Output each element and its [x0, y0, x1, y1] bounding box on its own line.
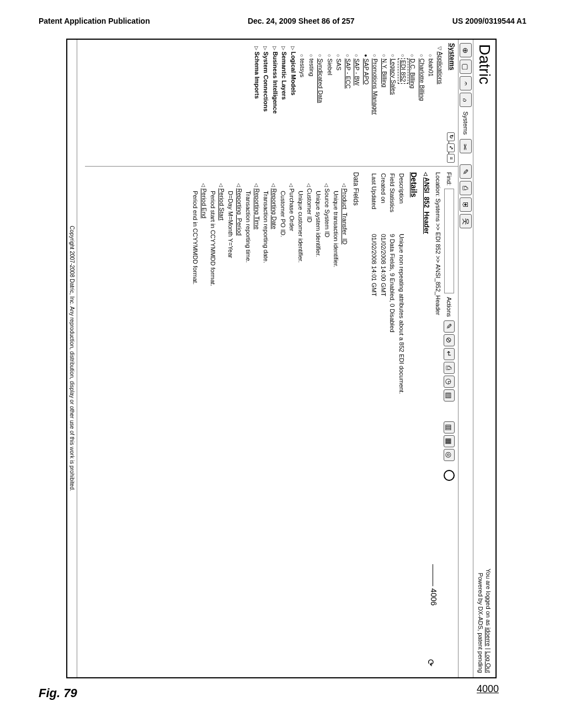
person-icon[interactable]: 웃: [460, 214, 472, 228]
field-item: Product_Transfer_IDUnique transaction id…: [331, 183, 349, 672]
fields-list: Product_Transfer_IDUnique transaction id…: [190, 183, 349, 672]
details-table: DescriptionUnique non repeating attribut…: [370, 173, 406, 672]
action-view1-icon[interactable]: ▥: [444, 421, 455, 433]
footer-copyright: Copyright 2007-2008 Datric, Inc. Any rep…: [67, 40, 77, 677]
globe-icon[interactable]: ⊕: [460, 43, 472, 57]
ref-4006-callout: 4006: [429, 564, 438, 606]
tree-branch[interactable]: System Connections: [262, 46, 271, 163]
username-link[interactable]: jdoerre: [485, 628, 492, 646]
tree-item[interactable]: Charlotte Billing: [418, 54, 427, 163]
tree-item[interactable]: blah01: [427, 54, 436, 163]
details-heading: Details: [409, 172, 418, 672]
action-clock-icon[interactable]: ◷: [444, 376, 455, 388]
actions-label: Actions: [446, 297, 452, 317]
ref-4000: 4000: [477, 683, 499, 695]
main-panel: 4006 Find: Actions ✎ ⊘ ↵ ⎙ ◷ ▤ ▥ ▦ ◎: [85, 167, 458, 677]
tree-item[interactable]: Siebel: [326, 54, 335, 163]
tree-item[interactable]: N.Y. Billing: [380, 54, 390, 163]
page-x-icon[interactable]: ⎙: [460, 181, 472, 195]
tree-item[interactable]: D.C. Billing: [408, 54, 418, 163]
find-row: Find: Actions ✎ ⊘ ↵ ⎙ ◷ ▤ ▥ ▦ ◎: [444, 172, 455, 672]
brush-icon[interactable]: ✎: [460, 164, 472, 179]
tree-item[interactable]: Promotions Manager: [371, 54, 380, 163]
tree-item[interactable]: EDI 852: [398, 54, 409, 163]
find-label: Find:: [446, 172, 452, 185]
tree-branch[interactable]: Logical Models: [289, 46, 299, 163]
field-item: Reporting TimeTransaction reporting time…: [243, 183, 261, 672]
tree-item[interactable]: SAP APO: [362, 54, 371, 163]
collapse-icon[interactable]: ≡: [447, 154, 455, 163]
field-item: Customer IDUnique customer identifier.: [296, 183, 313, 672]
tree-item[interactable]: SAP - ECC: [344, 54, 353, 163]
sidebar: Systems ↻ ⤢ ≡ Applications blah01Charlot…: [85, 40, 458, 167]
actions-toolbar: ✎ ⊘ ↵ ⎙ ◷ ▤ ▥ ▦ ◎: [444, 320, 455, 461]
tree-item[interactable]: Legacy Sales: [389, 54, 398, 163]
pub-center: Dec. 24, 2009 Sheet 86 of 257: [248, 17, 355, 25]
action-view2-icon[interactable]: ▦: [444, 435, 455, 447]
field-item: Period EndPeriod end in CCYYMMDD format.: [190, 183, 208, 672]
datafields-heading: Data Fields: [352, 172, 360, 672]
find-input[interactable]: [444, 189, 454, 293]
tree-item[interactable]: testing: [307, 54, 317, 163]
action-return-icon[interactable]: ↵: [444, 348, 455, 360]
systems-label: Systems: [462, 109, 469, 137]
tree-item[interactable]: testsys: [298, 54, 307, 163]
item-name: ANSI_852_Header: [423, 178, 430, 234]
patent-header: Patent Application Publication Dec. 24, …: [33, 17, 532, 25]
action-print-icon[interactable]: ⎙: [444, 362, 455, 374]
action-no-icon[interactable]: ⊘: [444, 334, 455, 346]
tree-branch[interactable]: Schema Imports: [253, 46, 262, 163]
double-ring-icon: [444, 470, 455, 481]
sidebar-mini-icons: ↻ ⤢ ≡: [447, 132, 456, 163]
pub-right: US 2009/0319544 A1: [452, 17, 526, 25]
tree-branch[interactable]: Semantic Layers: [280, 46, 289, 163]
logout-link[interactable]: Log Out: [485, 651, 492, 673]
tree-branch[interactable]: Business Intelligence: [271, 46, 280, 163]
link-icon[interactable]: 𝄐: [460, 76, 472, 90]
sidebar-tree: Applications blah01Charlotte BillingD.C.…: [253, 43, 445, 163]
action-target-icon[interactable]: ◎: [444, 449, 455, 461]
figure-label: Fig. 79: [39, 686, 77, 700]
app-header: Datric You are logged on as jdoerre | Lo…: [473, 40, 495, 677]
db-icon[interactable]: 𐑼: [460, 93, 472, 107]
field-item: Reporting DateTransaction reporting date…: [261, 183, 279, 672]
tree-item[interactable]: Syndicated Data: [316, 54, 326, 163]
loading-icon: ⟳: [425, 659, 436, 666]
expand-icon[interactable]: ⤢: [447, 143, 455, 152]
field-item: Period StartPeriod start in CCYYMMDD for…: [208, 183, 226, 672]
app-title: Datric: [476, 44, 493, 84]
tree-item[interactable]: SAP - BW: [353, 54, 362, 163]
item-toggle-icon[interactable]: [423, 172, 430, 178]
action-edit-icon[interactable]: ✎: [444, 320, 455, 333]
tree-item[interactable]: SAS: [334, 54, 344, 163]
tree-root[interactable]: Applications: [436, 46, 445, 163]
field-item: Purchase OrderCustomer PO ID.: [279, 183, 296, 672]
login-info: You are logged on as jdoerre | Log Out P…: [477, 569, 493, 673]
refresh-icon[interactable]: ↻: [447, 132, 455, 141]
app-window: Datric You are logged on as jdoerre | Lo…: [66, 39, 497, 678]
folder-icon[interactable]: ▢: [460, 60, 472, 74]
field-item: Source System IDUnique system identifier…: [313, 183, 331, 672]
shield-icon[interactable]: ⛨: [460, 197, 472, 212]
field-item: Reporting_PeriodD=Day M=Month Y=Year: [226, 183, 243, 672]
toggle-icon[interactable]: ⫘: [460, 139, 472, 153]
main-toolbar: ⊕ ▢ 𝄐 𐑼 Systems ⫘ ✎ ⎙ ⛨ 웃: [458, 40, 473, 677]
action-grid-icon[interactable]: ▤: [444, 389, 455, 402]
pub-left: Patent Application Publication: [39, 17, 150, 25]
sidebar-title: Systems: [447, 43, 456, 70]
powered-by: Powered by DX-ADS, patent pending: [477, 569, 484, 673]
